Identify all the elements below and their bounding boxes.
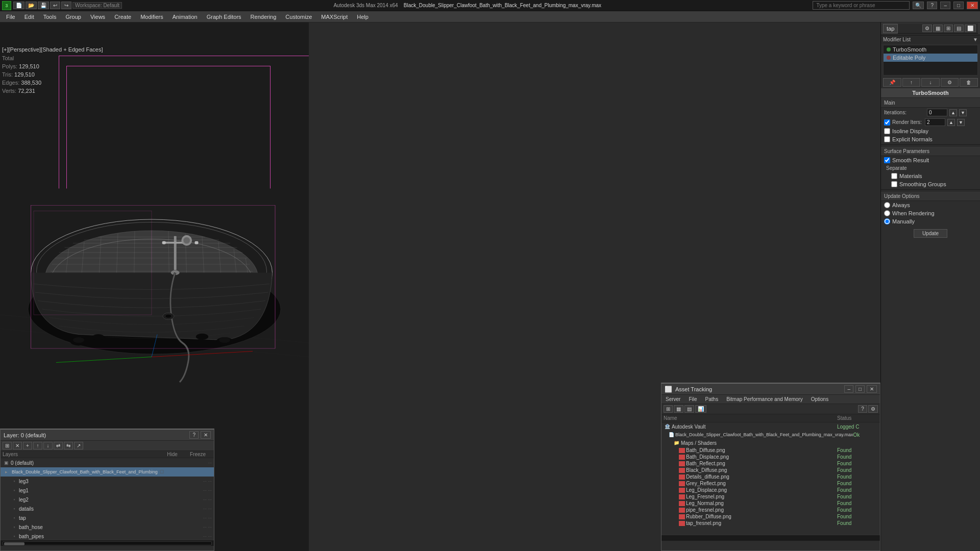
asset-leg-normal[interactable]: Leg_Normal.png Found xyxy=(662,500,880,507)
save-btn[interactable]: 💾 xyxy=(38,2,49,9)
isoline-checkbox[interactable] xyxy=(884,128,890,134)
asset-bath-displace[interactable]: Bath_Displace.png Found xyxy=(662,454,880,460)
layers-scrollbar[interactable] xyxy=(1,540,214,546)
explicit-normals-checkbox[interactable] xyxy=(884,136,890,142)
menu-create[interactable]: Create xyxy=(110,13,135,21)
asset-grey-reflect[interactable]: Grey_Reflect.png Found xyxy=(662,480,880,487)
layers-help-btn[interactable]: ? xyxy=(189,431,199,439)
layer-item-leg3[interactable]: ◦ leg3 ··· ··· xyxy=(1,477,214,486)
iterations-up[interactable]: ▲ xyxy=(949,109,957,116)
modifier-dropdown-btn[interactable]: ▼ xyxy=(973,37,978,42)
layers-tb-8[interactable]: ↗ xyxy=(74,442,83,449)
new-btn[interactable]: 📄 xyxy=(13,2,24,9)
when-rendering-radio[interactable] xyxy=(884,210,890,216)
asset-tb-2[interactable]: ▦ xyxy=(674,405,683,413)
layer-item-bath-hose[interactable]: ◦ bath_hose ··· ··· xyxy=(1,522,214,532)
rp-btn-3[interactable]: ⊞ xyxy=(944,24,953,32)
layer-item-0default[interactable]: ▣ 0 (default) ··· xyxy=(1,458,214,467)
smoothing-groups-checkbox[interactable] xyxy=(891,181,897,187)
asset-min-btn[interactable]: – xyxy=(844,385,853,393)
menu-edit[interactable]: Edit xyxy=(20,13,38,21)
asset-menu-bitmap[interactable]: Bitmap Performance and Memory xyxy=(724,396,805,403)
asset-tb-settings[interactable]: ⚙ xyxy=(868,405,878,413)
configure-btn[interactable]: ⚙ xyxy=(941,78,959,87)
menu-tools[interactable]: Tools xyxy=(39,13,61,21)
menu-rendering[interactable]: Rendering xyxy=(247,13,281,21)
asset-tb-1[interactable]: ⊞ xyxy=(664,405,673,413)
asset-rubber-diffuse[interactable]: Rubber_Diffuse.png Found xyxy=(662,513,880,520)
asset-vault[interactable]: 🏦 Autodesk Vault Logged C xyxy=(662,422,880,431)
arrow-down-btn[interactable]: ↓ xyxy=(921,78,940,87)
menu-graph-editors[interactable]: Graph Editors xyxy=(203,13,246,21)
asset-maps-folder[interactable]: 📁 Maps / Shaders xyxy=(662,439,880,447)
asset-bath-reflect[interactable]: Bath_Reflect.png Found xyxy=(662,460,880,467)
menu-help[interactable]: Help xyxy=(353,13,373,21)
redo-btn[interactable]: ↪ xyxy=(61,2,71,9)
scroll-thumb[interactable] xyxy=(4,542,24,545)
search-input[interactable] xyxy=(813,1,910,10)
layers-tb-3[interactable]: + xyxy=(23,442,32,449)
scroll-track[interactable] xyxy=(3,541,212,545)
iterations-input[interactable] xyxy=(927,109,947,116)
rp-btn-5[interactable]: ⬜ xyxy=(965,24,976,32)
materials-checkbox[interactable] xyxy=(891,173,897,179)
delete-modifier-btn[interactable]: 🗑 xyxy=(960,78,978,87)
minimize-btn[interactable]: – xyxy=(940,2,950,9)
asset-details-diffuse[interactable]: Details_diffuse.png Found xyxy=(662,473,880,480)
layers-tb-2[interactable]: ✕ xyxy=(13,442,22,449)
asset-black-diffuse[interactable]: Black_Diffuse.png Found xyxy=(662,467,880,473)
open-btn[interactable]: 📂 xyxy=(26,2,37,9)
always-radio[interactable] xyxy=(884,202,890,208)
render-iters-checkbox[interactable] xyxy=(884,119,890,126)
asset-leg-fresnel[interactable]: Leg_Fresnel.png Found xyxy=(662,493,880,500)
asset-leg-displace[interactable]: Leg_Displace.png Found xyxy=(662,487,880,493)
menu-maxscript[interactable]: MAXScript xyxy=(317,13,352,21)
modifier-editpoly[interactable]: Editable Poly xyxy=(884,54,977,62)
render-iters-input[interactable] xyxy=(925,118,945,126)
update-button[interactable]: Update xyxy=(914,229,947,238)
menu-animation[interactable]: Animation xyxy=(168,13,202,21)
help-btn[interactable]: ? xyxy=(927,2,937,9)
rp-btn-2[interactable]: ▦ xyxy=(933,24,943,32)
menu-file[interactable]: File xyxy=(2,13,19,21)
render-iters-down[interactable]: ▼ xyxy=(957,119,965,126)
layer-item-bath-pipes[interactable]: ◦ bath_pipes ··· ··· xyxy=(1,532,214,540)
asset-tb-3[interactable]: ▤ xyxy=(684,405,694,413)
rp-btn-4[interactable]: ▤ xyxy=(954,24,964,32)
render-iters-up[interactable]: ▲ xyxy=(947,119,955,126)
asset-menu-paths[interactable]: Paths xyxy=(703,396,721,403)
manually-radio[interactable] xyxy=(884,218,890,224)
asset-scrollbar[interactable] xyxy=(662,535,880,541)
asset-tb-4[interactable]: 📊 xyxy=(695,405,706,413)
layer-item-leg1[interactable]: ◦ leg1 ··· ··· xyxy=(1,486,214,495)
asset-tap-fresnel[interactable]: tap_fresnel.png Found xyxy=(662,520,880,527)
search-btn[interactable]: 🔍 xyxy=(913,2,924,9)
rp-btn-1[interactable]: ⚙ xyxy=(922,24,932,32)
asset-bath-diffuse[interactable]: Bath_Diffuse.png Found xyxy=(662,447,880,454)
asset-pipe-fresnel[interactable]: pipe_fresnel.png Found xyxy=(662,507,880,513)
menu-customize[interactable]: Customize xyxy=(281,13,316,21)
layers-tb-4[interactable]: ↑ xyxy=(33,442,42,449)
tap-tab[interactable]: tap xyxy=(883,24,898,33)
iterations-down[interactable]: ▼ xyxy=(959,109,967,116)
modifier-turbosmooth[interactable]: TurboSmooth xyxy=(884,45,977,54)
asset-close-btn[interactable]: ✕ xyxy=(867,385,877,393)
menu-views[interactable]: Views xyxy=(86,13,109,21)
asset-main-file[interactable]: 📄 Black_Double_Slipper_Clawfoot_Bath_wit… xyxy=(662,431,880,439)
layer-item-tap[interactable]: ◦ tap ··· ··· xyxy=(1,513,214,522)
asset-max-btn[interactable]: □ xyxy=(855,385,865,393)
asset-menu-options[interactable]: Options xyxy=(809,396,830,403)
smooth-result-checkbox[interactable] xyxy=(884,157,890,163)
pin-btn[interactable]: 📌 xyxy=(883,78,901,87)
asset-tb-help[interactable]: ? xyxy=(858,405,867,413)
asset-menu-server[interactable]: Server xyxy=(664,396,682,403)
close-btn[interactable]: ✕ xyxy=(967,2,978,9)
menu-modifiers[interactable]: Modifiers xyxy=(136,13,167,21)
maximize-btn[interactable]: □ xyxy=(953,2,964,9)
layer-item-leg2[interactable]: ◦ leg2 ··· ··· xyxy=(1,495,214,504)
layers-tb-1[interactable]: ⊞ xyxy=(3,442,12,449)
undo-btn[interactable]: ↩ xyxy=(50,2,60,9)
layers-tb-6[interactable]: ⇄ xyxy=(54,442,63,449)
arrow-up-btn[interactable]: ↑ xyxy=(902,78,921,87)
layers-close-btn[interactable]: ✕ xyxy=(201,431,211,439)
